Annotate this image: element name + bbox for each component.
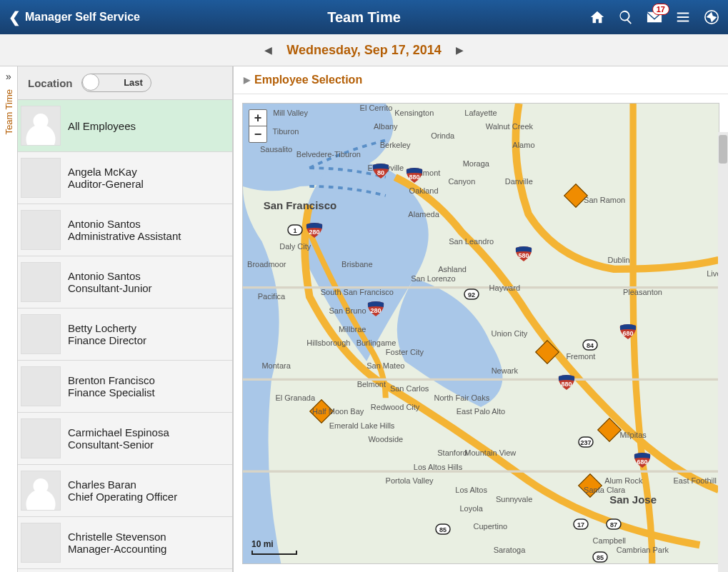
main-panel: ▶ Employee Selection [233, 66, 728, 572]
route-shield-icon: 84 [582, 339, 598, 355]
map-city-label: Emerald Lake Hills [329, 421, 395, 430]
map-city-label: Orinda [431, 131, 454, 140]
map-city-label: Union City [492, 329, 528, 338]
side-rail: » Team Time [0, 66, 18, 572]
employee-row[interactable]: Carmichael EspinosaConsultant-Senior [18, 413, 232, 465]
map-city-label: El Granada [275, 393, 315, 402]
menu-icon[interactable] [675, 9, 691, 25]
employee-name: Betty Locherty [68, 322, 146, 334]
side-rail-label: Team Time [4, 89, 14, 135]
map-city-label: San Jose [609, 493, 657, 505]
employee-avatar [21, 523, 61, 563]
scale-bar [251, 551, 297, 555]
employee-list[interactable]: All EmployeesAngela McKayAuditor-General… [18, 100, 232, 572]
next-day-button[interactable]: ▶ [456, 44, 464, 56]
svg-text:580: 580 [518, 252, 529, 259]
svg-text:880: 880 [561, 381, 572, 388]
route-shield-icon: 17 [573, 518, 589, 534]
map-city-label: Belmont [357, 380, 386, 388]
employee-avatar [21, 210, 61, 250]
map-city-label: Cupertino [473, 522, 507, 531]
map-marker-fremont[interactable] [535, 340, 559, 364]
map-city-label: Moraga [463, 159, 489, 168]
employee-role: Chief Operating Officer [68, 491, 177, 503]
map-city-label: Alum Rock [604, 476, 642, 485]
employee-row[interactable]: Brenton FranciscoFinance Specialist [18, 361, 232, 413]
employee-role: Consultant-Junior [68, 282, 152, 294]
svg-text:85: 85 [596, 554, 603, 561]
employee-row[interactable]: All Employees [18, 100, 232, 152]
employee-avatar [21, 158, 61, 198]
employee-name: Antonio Santos [68, 218, 181, 230]
route-shield-icon: 85 [435, 523, 451, 539]
sort-toggle[interactable]: Last [81, 74, 151, 92]
interstate-shield-icon: 680 [633, 453, 652, 471]
employee-name: Charles Baran [68, 478, 177, 491]
chevron-right-icon: ▶ [244, 75, 250, 85]
employee-role: Consultant-Senior [68, 438, 169, 451]
map-city-label: East Foothill [673, 476, 717, 485]
svg-text:85: 85 [439, 526, 447, 533]
map-city-label: Sunnyvale [496, 495, 532, 503]
search-icon[interactable] [618, 9, 634, 25]
sort-mode-label: Location [28, 77, 73, 89]
map-city-label: Belvedere-Tiburon [296, 150, 361, 159]
map-city-label: Dublin [608, 256, 630, 264]
map-city-label: San Mateo [367, 361, 404, 370]
map-city-label: San Francisco [264, 199, 337, 211]
interstate-shield-icon: 880 [557, 375, 576, 393]
map-city-label: Kensington [394, 109, 434, 117]
employee-avatar [21, 418, 61, 458]
employee-avatar [21, 262, 61, 302]
employee-row[interactable]: Christelle StevensonManager-Accounting [18, 517, 232, 569]
map-city-label: Los Altos Hills [414, 463, 462, 471]
home-icon[interactable] [589, 9, 605, 25]
employee-sidebar: Location Last All EmployeesAngela McKayA… [18, 66, 233, 572]
map-city-label: Saratoga [494, 546, 526, 554]
main-scrollbar[interactable] [718, 132, 728, 572]
employee-selection-toggle[interactable]: ▶ Employee Selection [234, 66, 728, 94]
employee-role: Administrative Assistant [68, 230, 181, 242]
compass-icon[interactable] [704, 9, 719, 25]
employee-row[interactable]: Antonio SantosConsultant-Junior [18, 256, 232, 308]
employee-row[interactable]: Angela McKayAuditor-General [18, 152, 232, 204]
map-city-label: Alamo [512, 141, 534, 149]
map-city-label: Milpitas [619, 431, 646, 439]
interstate-shield-icon: 680 [619, 324, 637, 343]
map-city-label: Pacifica [258, 292, 286, 301]
route-shield-icon: 87 [606, 518, 622, 534]
map-city-label: Oakland [409, 186, 439, 195]
map-city-label: San Leandro [449, 237, 494, 246]
team-location-map[interactable]: + − San FranciscoSan JoseMill ValleyEl C… [242, 103, 719, 564]
map-city-label: Tiburon [272, 127, 299, 136]
employee-row[interactable]: Betty LochertyFinance Director [18, 308, 232, 361]
interstate-shield-icon: 280 [367, 301, 385, 320]
map-city-label: East Palo Alto [457, 407, 506, 416]
route-shield-icon: 85 [592, 551, 608, 564]
employee-role: Auditor-General [68, 178, 144, 190]
employee-row[interactable]: Charles BaranChief Operating Officer [18, 465, 232, 517]
scrollbar-thumb[interactable] [719, 135, 727, 164]
map-overlay: San FranciscoSan JoseMill ValleyEl Cerri… [243, 104, 719, 563]
body: » Team Time Location Last All EmployeesA… [0, 66, 728, 572]
route-shield-icon: 1 [287, 224, 303, 240]
employee-name: Christelle Stevenson [68, 531, 166, 543]
prev-day-button[interactable]: ◀ [264, 44, 272, 56]
map-city-label: Lafayette [464, 109, 497, 117]
toggle-knob [82, 74, 99, 91]
map-city-label: Danville [505, 177, 533, 186]
map-city-label: South San Francisco [321, 288, 394, 296]
map-city-label: Mill Valley [273, 109, 308, 117]
map-city-label: Hillsborough [306, 338, 350, 347]
notifications-icon[interactable]: 17 [647, 9, 662, 25]
svg-text:17: 17 [577, 521, 584, 528]
map-city-label: Canyon [448, 177, 475, 186]
map-city-label: Albany [374, 122, 398, 131]
map-city-label: Millbrae [339, 325, 367, 333]
map-marker-milpitas[interactable] [597, 418, 622, 442]
employee-row[interactable]: Danny JohnsonAdministrative Assistant [18, 569, 232, 572]
expand-rail-icon[interactable]: » [6, 71, 11, 82]
employee-row[interactable]: Antonio SantosAdministrative Assistant [18, 204, 232, 256]
back-button[interactable]: ❮ Manager Self Service [9, 10, 140, 24]
map-city-label: San Ramon [584, 196, 625, 204]
